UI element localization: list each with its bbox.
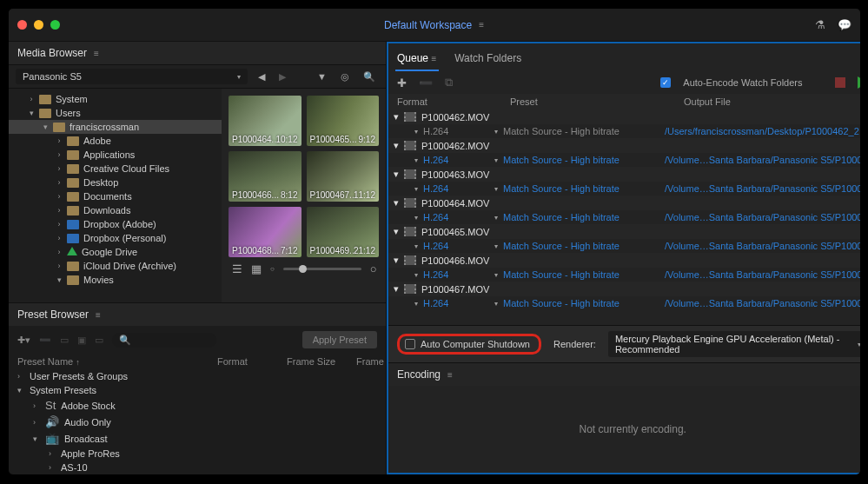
queue-preset[interactable]: Match Source - High bitrate <box>503 126 620 136</box>
disclosure-icon[interactable]: ▾ <box>394 140 399 151</box>
queue-format[interactable]: H.264 <box>423 298 448 308</box>
chevron-down-icon[interactable]: ▾ <box>414 242 418 250</box>
preset-settings-icon[interactable]: ▭ <box>60 335 69 346</box>
tree-item[interactable]: ›Creative Cloud Files <box>9 162 222 176</box>
disclosure-icon[interactable]: › <box>33 418 40 427</box>
disclosure-icon[interactable]: › <box>56 262 63 270</box>
disclosure-icon[interactable]: › <box>56 136 63 145</box>
disclosure-icon[interactable]: ▾ <box>394 197 399 209</box>
disclosure-icon[interactable]: › <box>56 178 63 187</box>
thumb-size-slider[interactable] <box>283 268 361 270</box>
queue-item[interactable]: ▾H.264▾Match Source - High bitrate/Volum… <box>388 182 861 196</box>
chevron-down-icon[interactable]: ▾ <box>414 300 418 308</box>
auto-encode-checkbox[interactable]: ✓ <box>660 77 671 88</box>
queue-item[interactable]: ▾H.264▾Match Source - High bitrate/Volum… <box>388 296 861 310</box>
add-source-button[interactable]: ✚ <box>397 76 407 90</box>
disclosure-icon[interactable]: › <box>33 401 40 410</box>
tree-item[interactable]: ›Downloads <box>9 203 222 217</box>
close-window[interactable] <box>17 20 27 30</box>
chevron-down-icon[interactable]: ▾ <box>414 128 418 136</box>
list-view-icon[interactable]: ☰ <box>232 262 242 275</box>
queue-preset[interactable]: Match Source - High bitrate <box>503 241 620 251</box>
tree-item[interactable]: ▾franciscrossman <box>9 120 222 134</box>
disclosure-icon[interactable]: › <box>56 150 63 159</box>
flask-icon[interactable]: ⚗ <box>815 18 825 31</box>
queue-item[interactable]: ▾H.264▾Match Source - High bitrate/Volum… <box>388 210 861 224</box>
queue-item[interactable]: ▾H.264▾Match Source - High bitrate/Volum… <box>388 153 861 167</box>
renderer-dropdown[interactable]: Mercury Playback Engine GPU Acceleration… <box>608 331 861 357</box>
tree-item[interactable]: ›iCloud Drive (Archive) <box>9 259 222 273</box>
preset-row[interactable]: ›Apple ProRes <box>9 447 386 461</box>
queue-format[interactable]: H.264 <box>423 269 448 280</box>
disclosure-icon[interactable]: ▾ <box>394 283 399 295</box>
tree-item[interactable]: ›Desktop <box>9 176 222 189</box>
source-dropdown[interactable]: Panasonic S5 ▾ <box>16 69 248 84</box>
encoding-menu-icon[interactable]: ≡ <box>447 370 454 380</box>
queue-group[interactable]: ▾P1000466.MOV <box>388 253 861 268</box>
search-icon[interactable]: 🔍 <box>360 70 379 84</box>
queue-item[interactable]: ▾H.264▾Match Source - High bitrate/Users… <box>388 124 861 138</box>
disclosure-icon[interactable]: › <box>49 463 56 472</box>
disclosure-icon[interactable]: › <box>56 248 63 256</box>
disclosure-icon[interactable]: › <box>28 95 35 103</box>
col-frame-size[interactable]: Frame Size <box>287 356 356 367</box>
preset-tree[interactable]: ›User Presets & Groups▾System Presets›St… <box>9 369 386 474</box>
clip-thumbnail[interactable]: P1000469...21:12 <box>307 207 380 257</box>
preset-row[interactable]: ›AS-10 <box>9 461 386 474</box>
col-preset-name[interactable]: Preset Name <box>17 356 73 367</box>
disclosure-icon[interactable]: › <box>56 234 63 242</box>
disclosure-icon[interactable]: ▾ <box>28 109 35 117</box>
queue-group[interactable]: ▾P1000463.MOV <box>388 167 861 182</box>
thumb-view-icon[interactable]: ▦ <box>251 262 262 275</box>
col-q-output[interactable]: Output File <box>684 96 861 107</box>
preset-row[interactable]: ›User Presets & Groups <box>9 369 386 383</box>
queue-list[interactable]: ▾P1000462.MOV▾H.264▾Match Source - High … <box>388 109 861 325</box>
chevron-down-icon[interactable]: ▾ <box>494 300 498 308</box>
queue-preset[interactable]: Match Source - High bitrate <box>503 183 620 194</box>
stop-queue-button[interactable] <box>835 77 845 88</box>
auto-shutdown-checkbox[interactable] <box>405 339 415 349</box>
tree-item[interactable]: ›Dropbox (Personal) <box>9 231 222 245</box>
tree-item[interactable]: ▾Users <box>9 106 222 120</box>
clip-thumbnail[interactable]: P1000465...9:12 <box>307 96 380 146</box>
start-queue-button[interactable] <box>858 76 861 89</box>
disclosure-icon[interactable]: ▾ <box>42 123 49 131</box>
clip-thumbnail[interactable]: P1000468...7:12 <box>229 207 301 257</box>
col-format[interactable]: Format <box>217 356 287 367</box>
tree-item[interactable]: ›Adobe <box>9 134 222 148</box>
tree-item[interactable]: ›Applications <box>9 148 222 162</box>
queue-output[interactable]: /Volume…Santa Barbara/Panasonic S5/P1000… <box>665 183 861 194</box>
workspace-switcher[interactable]: Default Workspace ≡ <box>384 19 485 31</box>
queue-group[interactable]: ▾P1000467.MOV <box>388 282 861 296</box>
queue-format[interactable]: H.264 <box>423 126 448 136</box>
duplicate-button[interactable]: ⧉ <box>445 76 453 90</box>
preset-browser-menu-icon[interactable]: ≡ <box>96 310 102 320</box>
preset-group-icon[interactable]: ▣ <box>77 335 86 346</box>
minimize-window[interactable] <box>34 20 43 30</box>
clip-thumbnail[interactable]: P1000467...11:12 <box>307 151 380 202</box>
disclosure-icon[interactable]: › <box>56 220 63 229</box>
queue-output[interactable]: /Volume…Santa Barbara/Panasonic S5/P1000… <box>665 269 861 280</box>
queue-group[interactable]: ▾P1000464.MOV <box>388 196 861 210</box>
queue-format[interactable]: H.264 <box>423 155 448 165</box>
clip-thumbnail[interactable]: P1000464...10:12 <box>229 96 301 146</box>
queue-format[interactable]: H.264 <box>423 183 448 194</box>
tree-item[interactable]: ›Google Drive <box>9 245 222 259</box>
preset-row[interactable]: ›StAdobe Stock <box>9 397 386 414</box>
preset-dup-icon[interactable]: ▭ <box>95 335 103 346</box>
queue-preset[interactable]: Match Source - High bitrate <box>503 155 620 165</box>
queue-output[interactable]: /Users/franciscrossman/Desktop/P1000462_… <box>665 126 861 136</box>
tab-watch-folders[interactable]: Watch Folders <box>453 47 523 71</box>
queue-output[interactable]: /Volume…Santa Barbara/Panasonic S5/P1000… <box>665 298 861 308</box>
chevron-down-icon[interactable]: ▾ <box>494 156 498 164</box>
chat-icon[interactable]: 💬 <box>838 18 851 31</box>
chevron-down-icon[interactable]: ▾ <box>494 242 498 250</box>
nav-back-button[interactable]: ◀ <box>255 70 268 84</box>
folder-tree[interactable]: ›System▾Users▾franciscrossman›Adobe›Appl… <box>9 89 222 302</box>
nav-forward-button[interactable]: ▶ <box>275 70 289 84</box>
delete-preset-button[interactable]: ➖ <box>39 335 51 346</box>
disclosure-icon[interactable]: › <box>56 192 63 201</box>
disclosure-icon[interactable]: ▾ <box>394 111 399 123</box>
col-q-format[interactable]: Format <box>397 96 510 107</box>
preset-search-input[interactable]: 🔍 <box>112 333 216 348</box>
